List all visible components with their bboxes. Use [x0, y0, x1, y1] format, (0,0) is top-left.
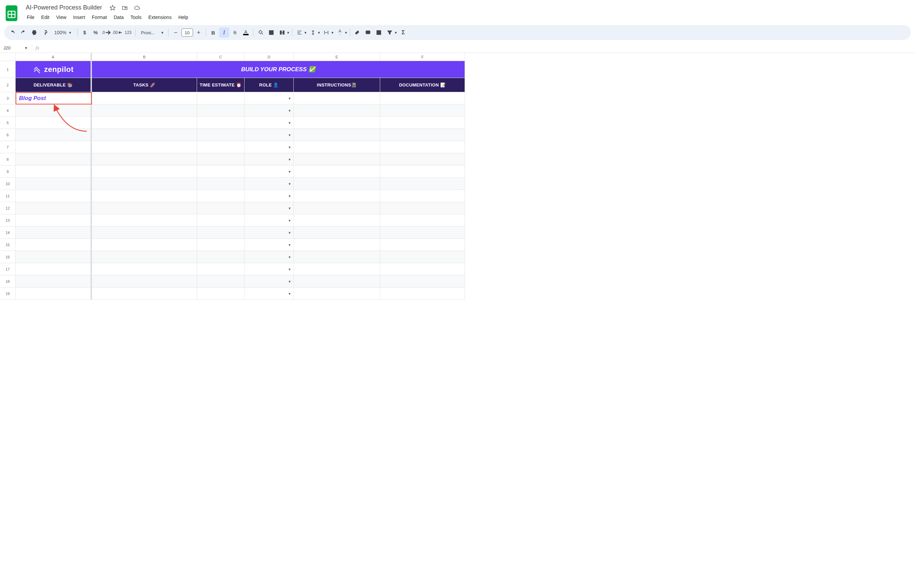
row-header-15[interactable]: 15: [0, 239, 16, 251]
cell-A7[interactable]: [16, 141, 92, 153]
cell-F8[interactable]: [380, 153, 465, 165]
cell-A11[interactable]: [16, 190, 92, 202]
cell-B14[interactable]: [92, 226, 197, 239]
decrease-font-button[interactable]: −: [171, 27, 181, 38]
row-header-19[interactable]: 19: [0, 288, 16, 300]
cell-E3[interactable]: [294, 92, 380, 105]
cell-D5[interactable]: ▼: [244, 117, 294, 129]
cell-D15[interactable]: ▼: [244, 239, 294, 251]
row-header-6[interactable]: 6: [0, 129, 16, 141]
italic-button[interactable]: I: [219, 27, 229, 38]
cell-E9[interactable]: [294, 165, 380, 178]
cell-A17[interactable]: [16, 263, 92, 275]
cell-B13[interactable]: [92, 214, 197, 226]
cell-D4[interactable]: ▼: [244, 105, 294, 117]
cell-A16[interactable]: [16, 251, 92, 263]
cell-D18[interactable]: ▼: [244, 275, 294, 288]
cell-B11[interactable]: [92, 190, 197, 202]
cell-F13[interactable]: [380, 214, 465, 226]
cell-A8[interactable]: [16, 153, 92, 165]
insert-chart-button[interactable]: [374, 27, 384, 38]
cell-A3[interactable]: Blog Post: [16, 92, 92, 105]
cell-E13[interactable]: [294, 214, 380, 226]
cell-B4[interactable]: [92, 105, 197, 117]
row-header-5[interactable]: 5: [0, 117, 16, 129]
cell-B19[interactable]: [92, 288, 197, 300]
cell-C14[interactable]: [197, 226, 244, 239]
menu-tools[interactable]: Tools: [128, 13, 145, 21]
cell-D3[interactable]: ▼: [244, 92, 294, 105]
cell-C3[interactable]: [197, 92, 244, 105]
zoom-select[interactable]: 100%▼: [51, 27, 75, 38]
menu-format[interactable]: Format: [89, 13, 110, 21]
decrease-decimal-button[interactable]: .0: [102, 27, 112, 38]
cell-C17[interactable]: [197, 263, 244, 275]
dropdown-arrow-icon[interactable]: ▼: [288, 231, 291, 234]
chevron-down-icon[interactable]: ▼: [331, 31, 334, 35]
cell-E10[interactable]: [294, 178, 380, 190]
cell-D8[interactable]: ▼: [244, 153, 294, 165]
print-button[interactable]: [29, 27, 39, 38]
cell-E7[interactable]: [294, 141, 380, 153]
more-formats-button[interactable]: 123: [123, 27, 133, 38]
chevron-down-icon[interactable]: ▼: [286, 31, 290, 35]
cell-F6[interactable]: [380, 129, 465, 141]
dropdown-arrow-icon[interactable]: ▼: [288, 96, 291, 100]
cell-D17[interactable]: ▼: [244, 263, 294, 275]
cell-E18[interactable]: [294, 275, 380, 288]
cell-D14[interactable]: ▼: [244, 226, 294, 239]
column-header-F[interactable]: F: [380, 53, 465, 61]
sheets-logo[interactable]: [4, 3, 19, 23]
menu-file[interactable]: File: [24, 13, 38, 21]
cell-D19[interactable]: ▼: [244, 288, 294, 300]
cell-E19[interactable]: [294, 288, 380, 300]
row-header-4[interactable]: 4: [0, 105, 16, 117]
chevron-down-icon[interactable]: ▼: [344, 31, 348, 35]
dropdown-arrow-icon[interactable]: ▼: [288, 121, 291, 124]
cell-E11[interactable]: [294, 190, 380, 202]
menu-view[interactable]: View: [53, 13, 70, 21]
cell-A10[interactable]: [16, 178, 92, 190]
cell-D10[interactable]: ▼: [244, 178, 294, 190]
cell-F17[interactable]: [380, 263, 465, 275]
cell-E12[interactable]: [294, 202, 380, 214]
cell-C9[interactable]: [197, 165, 244, 178]
horizontal-align-button[interactable]: [294, 27, 304, 38]
font-select[interactable]: Proxi...▼: [138, 28, 166, 37]
cell-A5[interactable]: [16, 117, 92, 129]
dropdown-arrow-icon[interactable]: ▼: [288, 182, 291, 186]
percent-button[interactable]: %: [91, 27, 101, 38]
row-header-1[interactable]: 1: [0, 61, 16, 78]
cell-D6[interactable]: ▼: [244, 129, 294, 141]
row-header-9[interactable]: 9: [0, 165, 16, 178]
chevron-down-icon[interactable]: ▼: [394, 31, 398, 35]
dropdown-arrow-icon[interactable]: ▼: [288, 170, 291, 173]
cell-F14[interactable]: [380, 226, 465, 239]
cell-C8[interactable]: [197, 153, 244, 165]
cell-D11[interactable]: ▼: [244, 190, 294, 202]
cell-D12[interactable]: ▼: [244, 202, 294, 214]
strikethrough-button[interactable]: S: [230, 27, 240, 38]
cell-B18[interactable]: [92, 275, 197, 288]
cell-F4[interactable]: [380, 105, 465, 117]
column-header-B[interactable]: B: [92, 53, 197, 61]
formula-input[interactable]: [43, 44, 915, 53]
cell-C15[interactable]: [197, 239, 244, 251]
cell-A14[interactable]: [16, 226, 92, 239]
dropdown-arrow-icon[interactable]: ▼: [288, 255, 291, 259]
cell-B17[interactable]: [92, 263, 197, 275]
cell-F12[interactable]: [380, 202, 465, 214]
cell-A15[interactable]: [16, 239, 92, 251]
cell-F15[interactable]: [380, 239, 465, 251]
cell-D7[interactable]: ▼: [244, 141, 294, 153]
cell-B7[interactable]: [92, 141, 197, 153]
cell-E6[interactable]: [294, 129, 380, 141]
cell-A4[interactable]: [16, 105, 92, 117]
column-header-D[interactable]: D: [244, 53, 294, 61]
menu-extensions[interactable]: Extensions: [145, 13, 174, 21]
column-header-A[interactable]: A: [16, 53, 92, 61]
cell-F3[interactable]: [380, 92, 465, 105]
paint-format-button[interactable]: [40, 27, 50, 38]
insert-link-button[interactable]: [352, 27, 362, 38]
cell-B3[interactable]: [92, 92, 197, 105]
